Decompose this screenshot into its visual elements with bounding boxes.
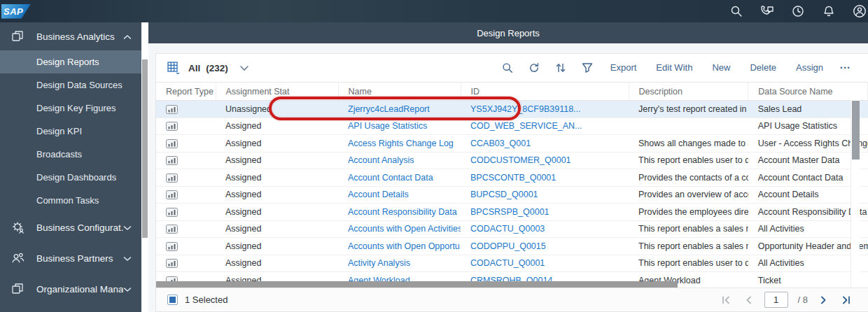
search-icon[interactable] — [729, 4, 743, 18]
report-type-cell — [156, 101, 216, 118]
data-source-cell: Account Contact Data — [748, 169, 868, 187]
sidebar-item[interactable]: Design Reports — [0, 50, 141, 73]
column-header[interactable]: Data Source Name — [748, 83, 868, 101]
chevron-down-icon[interactable] — [239, 62, 249, 74]
table-row[interactable]: Assigned Activity Analysis CODACTU_Q0001… — [156, 255, 868, 272]
view-selector[interactable]: All (232) — [167, 62, 249, 74]
report-id-link[interactable]: CODACTU_Q0003 — [461, 220, 629, 238]
selection-summary: 1 Selected — [167, 295, 227, 305]
column-header[interactable]: Report Type — [156, 83, 216, 101]
data-source-cell: Account Details — [748, 186, 868, 204]
sort-icon[interactable] — [547, 59, 574, 77]
column-header[interactable]: Assignment Stat — [216, 83, 338, 101]
account-icon[interactable] — [853, 4, 867, 18]
first-page-icon[interactable] — [720, 294, 732, 306]
bar-chart-report-icon — [166, 173, 178, 183]
page-number-input[interactable] — [764, 292, 788, 308]
sidebar-group-business-analytics[interactable]: Business Analytics — [0, 22, 141, 50]
report-name-link[interactable]: Access Rights Change Log — [338, 135, 461, 153]
table-row[interactable]: Assigned Account Details BUPCSD_Q0001 Pr… — [156, 186, 868, 204]
report-table: Report Type Assignment Stat Name ID Desc… — [156, 82, 868, 290]
toolbar-button[interactable]: Edit With — [646, 59, 702, 77]
report-name-link[interactable]: Account Analysis — [338, 152, 461, 169]
bar-chart-report-icon — [166, 259, 178, 268]
column-header[interactable]: Name — [338, 83, 461, 101]
sidebar-group-business-configuration[interactable]: Business Configurat... — [0, 212, 141, 243]
table-row[interactable]: Assigned Access Rights Change Log CCAB03… — [156, 135, 868, 153]
assignment-status-cell: Assigned — [216, 204, 338, 221]
table-row[interactable]: Assigned API Usage Statistics COD_WEB_SE… — [156, 118, 868, 135]
report-name-link[interactable]: Zjerryc4cLeadReport — [338, 101, 461, 118]
sidebar-group-organizational-management[interactable]: Organizational Mana... — [0, 274, 141, 304]
sidebar-group-label: Business Configurat... — [36, 222, 123, 233]
chevron-down-icon — [123, 253, 132, 264]
last-page-icon[interactable] — [840, 294, 853, 306]
toolbar-button[interactable]: Assign — [786, 59, 833, 77]
next-page-icon[interactable] — [818, 294, 830, 306]
gear-person-icon — [11, 221, 27, 234]
sidebar-item[interactable]: Design Dashboards — [0, 166, 141, 189]
shell-bar: SAP — [0, 0, 868, 22]
filter-icon[interactable] — [574, 59, 601, 77]
selected-checkbox-icon[interactable] — [167, 295, 178, 305]
call-chat-icon[interactable] — [760, 4, 774, 18]
page-total-label: / 8 — [798, 295, 808, 305]
report-id-link[interactable]: CODACTU_Q0001 — [461, 255, 629, 272]
sidebar-item[interactable]: Design Data Sources — [0, 73, 141, 97]
report-id-link[interactable]: BPCSCONTB_Q0001 — [461, 169, 629, 187]
report-id-link[interactable]: COD_WEB_SERVICE_AN... — [461, 118, 629, 135]
report-name-link[interactable]: Accounts with Open Activities — [338, 220, 461, 238]
table-footer: 1 Selected / 8 — [156, 288, 868, 311]
column-header[interactable]: Description — [629, 83, 748, 101]
table-row[interactable]: Assigned Accounts with Open Opportu... C… — [156, 238, 868, 255]
assignment-status-cell: Assigned — [216, 169, 338, 187]
overflow-icon[interactable]: ••• — [833, 59, 858, 77]
report-id-link[interactable]: BPCSRSPB_Q0001 — [461, 204, 629, 221]
report-id-link[interactable]: CCAB03_Q001 — [461, 135, 629, 153]
table-row[interactable]: Assigned Accounts with Open Activities C… — [156, 220, 868, 238]
time-icon[interactable] — [791, 4, 805, 18]
toolbar-text-buttons: Export Edit With New Delete Assign — [601, 59, 833, 77]
sidebar-subitems: Design Reports Design Data Sources Desig… — [0, 50, 141, 212]
horizontal-scrollbar-thumb[interactable] — [156, 281, 678, 288]
report-table-card: All (232) — [155, 53, 868, 312]
vertical-scrollbar[interactable] — [850, 100, 860, 289]
sidebar-item[interactable]: Design KPI — [0, 120, 141, 143]
column-header[interactable]: ID — [461, 83, 629, 101]
table-row[interactable]: Assigned Account Analysis CODCUSTOMER_Q0… — [156, 152, 868, 169]
report-type-cell — [156, 186, 216, 204]
vertical-scrollbar-thumb[interactable] — [852, 101, 860, 159]
report-name-link[interactable]: Activity Analysis — [338, 255, 461, 272]
report-name-link[interactable]: Account Contact Data — [338, 169, 461, 187]
table-row[interactable]: Unassigned Zjerryc4cLeadReport YS5XJ942Y… — [156, 101, 868, 118]
toolbar-button[interactable]: New — [702, 59, 740, 77]
search-icon[interactable] — [494, 59, 521, 77]
toolbar-button[interactable]: Delete — [740, 59, 786, 77]
report-name-link[interactable]: Account Responsibility Data — [338, 204, 461, 221]
data-source-cell: Account Master Data — [748, 152, 868, 169]
sidebar-item[interactable]: Common Tasks — [0, 189, 141, 212]
report-name-link[interactable]: API Usage Statistics — [338, 118, 461, 135]
sidebar-scrollbar-thumb[interactable] — [142, 59, 148, 238]
report-id-link[interactable]: YS5XJ942Y_8CF9B39118... — [461, 101, 629, 118]
selected-count-label: 1 Selected — [185, 295, 227, 305]
bar-chart-report-icon — [166, 156, 178, 165]
report-name-link[interactable]: Accounts with Open Opportu... — [338, 238, 461, 255]
sidebar-scrollbar[interactable] — [141, 22, 148, 312]
app-screen: SAP Business Analytics — [0, 0, 868, 312]
report-type-cell — [156, 169, 216, 187]
refresh-icon[interactable] — [521, 59, 547, 77]
sidebar-group-business-partners[interactable]: Business Partners — [0, 243, 141, 274]
table-row[interactable]: Assigned Account Responsibility Data BPC… — [156, 204, 868, 221]
toolbar-button[interactable]: Export — [601, 59, 647, 77]
report-name-link[interactable]: Account Details — [338, 186, 461, 204]
sidebar-item[interactable]: Broadcasts — [0, 143, 141, 166]
report-id-link[interactable]: CODCUSTOMER_Q0001 — [461, 152, 629, 169]
report-id-link[interactable]: CODOPPU_Q0015 — [461, 238, 629, 255]
bar-chart-report-icon — [166, 139, 178, 148]
previous-page-icon[interactable] — [742, 294, 755, 306]
table-row[interactable]: Assigned Account Contact Data BPCSCONTB_… — [156, 169, 868, 187]
notifications-icon[interactable] — [822, 4, 836, 18]
report-id-link[interactable]: BUPCSD_Q0001 — [461, 186, 629, 204]
sidebar-item[interactable]: Design Key Figures — [0, 97, 141, 120]
